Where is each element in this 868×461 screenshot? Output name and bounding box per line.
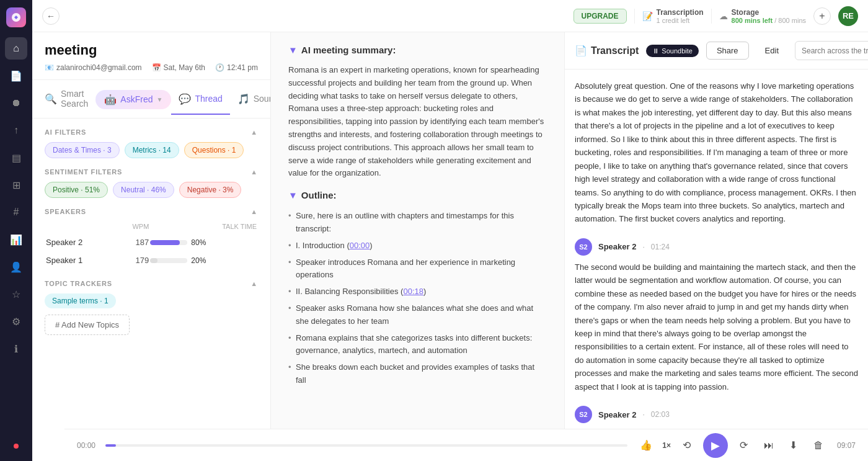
plus-button[interactable]: +	[813, 7, 831, 25]
transcription-info: 📝 Transcription 1 credit left	[642, 8, 704, 24]
table-row: Speaker 1 179 20%	[46, 252, 257, 269]
ai-summary-text: Romana is an expert in marketing operati…	[288, 64, 547, 180]
ai-filter-dates[interactable]: Dates & Times · 3	[45, 142, 120, 158]
sample-terms-chip[interactable]: Sample terms · 1	[45, 293, 116, 308]
sidebar-grid-icon[interactable]: ⊞	[5, 174, 27, 196]
sidebar-chart-icon[interactable]: 📊	[5, 228, 27, 251]
left-panel-tabs: 🔍 Smart Search 🤖 AskFred ▼ 💬 Thread 🎵	[32, 80, 270, 119]
forward-button[interactable]: ⟳	[735, 437, 753, 454]
collapse-ai-summary[interactable]: ▼	[288, 45, 298, 55]
outline-section-1: I. Introduction	[296, 241, 345, 250]
sentiment-negative[interactable]: Negative · 3%	[179, 182, 242, 198]
thumbs-up-button[interactable]: 👍	[637, 437, 655, 454]
recording-indicator	[14, 444, 19, 449]
sentiment-neutral[interactable]: Neutral · 46%	[113, 182, 174, 198]
sidebar-record-icon[interactable]: ⏺	[5, 92, 27, 114]
speaker-2-bar	[150, 240, 180, 245]
speaker-2-wpm: 187	[117, 234, 149, 251]
speakers-collapse[interactable]: ▲	[250, 208, 258, 215]
player-bar: 00:00 👍 1× ⟲ ▶ ⟳ ⏭ ⬇ 🗑 09:07	[64, 429, 868, 461]
collapse-outline[interactable]: ▼	[288, 190, 298, 200]
table-row: Speaker 2 187 80%	[46, 234, 257, 251]
transcript-title: 📄 Transcript	[575, 45, 639, 56]
sidebar-settings-icon[interactable]: ⚙	[5, 310, 27, 333]
ai-filter-questions[interactable]: Questions · 1	[184, 142, 244, 158]
sidebar-layers-icon[interactable]: ▤	[5, 146, 27, 169]
tab-soundbites-label: Soundbites	[254, 94, 271, 104]
storage-label: Storage	[732, 8, 806, 17]
edit-button[interactable]: Edit	[756, 42, 787, 59]
meeting-time: 🕐 12:41 pm	[215, 63, 258, 72]
topic-trackers-section: TOPIC TRACKERS ▲ Sample terms · 1 # Add …	[45, 280, 258, 335]
player-progress[interactable]	[105, 444, 627, 447]
sentiment-positive[interactable]: Positive · 51%	[45, 182, 108, 198]
list-item: I. Introduction (00:00)	[288, 238, 547, 254]
ai-filter-metrics[interactable]: Metrics · 14	[125, 142, 179, 158]
tab-askfred[interactable]: 🤖 AskFred ▼	[95, 90, 171, 109]
clock-icon: 🕐	[215, 63, 224, 72]
tab-smart-search[interactable]: 🔍 Smart Search	[37, 80, 95, 119]
col-wpm: WPM	[117, 223, 149, 233]
speaker-2-time: 01:24	[651, 243, 670, 251]
sentiment-filters-collapse[interactable]: ▲	[250, 168, 258, 176]
tab-soundbites[interactable]: 🎵 Soundbites	[230, 84, 271, 115]
list-item: II. Balancing Responsibilities (00:18)	[288, 284, 547, 300]
speed-button[interactable]: 1×	[662, 441, 671, 450]
divider-1	[634, 9, 635, 24]
speaker-1-bar	[150, 258, 157, 263]
search-transcript-input[interactable]	[802, 47, 868, 55]
soundbites-tab-icon: 🎵	[237, 93, 250, 105]
ai-filter-chips: Dates & Times · 3 Metrics · 14 Questions…	[45, 142, 258, 158]
outline-header: ▼ Outline:	[288, 190, 547, 200]
sidebar-hash-icon[interactable]: #	[5, 201, 27, 223]
tab-thread[interactable]: 💬 Thread	[171, 84, 229, 115]
ai-summary-header: ▼ AI meeting summary:	[288, 45, 547, 55]
ai-filters-collapse[interactable]: ▲	[250, 128, 258, 136]
user-avatar[interactable]: RE	[838, 6, 858, 26]
sidebar-star-icon[interactable]: ☆	[5, 283, 27, 305]
calendar-icon: 📅	[152, 63, 161, 72]
skip-button[interactable]: ⏭	[760, 437, 777, 454]
tab-smart-search-label: Smart Search	[61, 89, 88, 109]
sidebar-document-icon[interactable]: 📄	[5, 65, 27, 87]
download-button[interactable]: ⬇	[785, 437, 802, 454]
list-item: Speaker introduces Romana and her experi…	[288, 254, 547, 284]
back-button[interactable]: ←	[42, 7, 60, 25]
sidebar-user-icon[interactable]: 👤	[5, 256, 27, 278]
meeting-date: 📅 Sat, May 6th	[152, 63, 205, 72]
soundbite-badge: ⏸ Soundbite	[646, 45, 699, 57]
rewind-button[interactable]: ⟲	[678, 437, 696, 454]
play-button[interactable]: ▶	[703, 433, 728, 458]
topic-trackers-collapse[interactable]: ▲	[250, 280, 258, 287]
outline-timestamp-1[interactable]: 00:00	[350, 241, 370, 250]
add-topics-button[interactable]: # Add New Topics	[45, 315, 130, 335]
transcript-header: 📄 Transcript ⏸ Soundbite Share Edit 🔍	[565, 32, 868, 69]
sidebar-home-icon[interactable]: ⌂	[5, 37, 27, 60]
smart-search-icon: 🔍	[45, 93, 57, 105]
dot-separator-2: ·	[642, 410, 644, 419]
storage-info: ☁ Storage 800 mins left / 800 mins	[719, 8, 806, 24]
sidebar-info-icon[interactable]: ℹ	[5, 338, 27, 360]
speaker-2-label-2: Speaker 2	[598, 410, 636, 419]
share-button[interactable]: Share	[706, 42, 749, 60]
delete-button[interactable]: 🗑	[810, 437, 827, 454]
sidebar-share-icon[interactable]: ↑	[5, 119, 27, 141]
soundbite-icon: ⏸	[652, 47, 659, 55]
thread-panel: ▼ AI meeting summary: Romana is an exper…	[271, 32, 564, 461]
upgrade-button[interactable]: UPGRADE	[574, 9, 627, 24]
tab-askfred-label: AskFred	[120, 94, 153, 104]
speaker-2-avatar: S2	[575, 238, 592, 256]
storage-icon: ☁	[719, 11, 728, 21]
thread-icon: 💬	[179, 93, 191, 105]
speakers-header: SPEAKERS ▲	[45, 208, 258, 215]
sidebar: ⌂ 📄 ⏺ ↑ ▤ ⊞ # 📊 👤 ☆ ⚙ ℹ	[0, 0, 32, 461]
speaker-2-time-2: 02:03	[651, 410, 670, 419]
outline-timestamp-2[interactable]: 00:18	[403, 287, 423, 296]
speaker-1-progress: 20%	[150, 256, 257, 265]
transcript-icon: 📄	[575, 45, 587, 56]
player-progress-fill	[105, 444, 116, 447]
askfred-dropdown-icon[interactable]: ▼	[156, 96, 162, 103]
topbar: ← UPGRADE 📝 Transcription 1 credit left …	[32, 0, 868, 32]
tab-thread-label: Thread	[195, 94, 222, 104]
meeting-title: meeting	[45, 42, 258, 58]
